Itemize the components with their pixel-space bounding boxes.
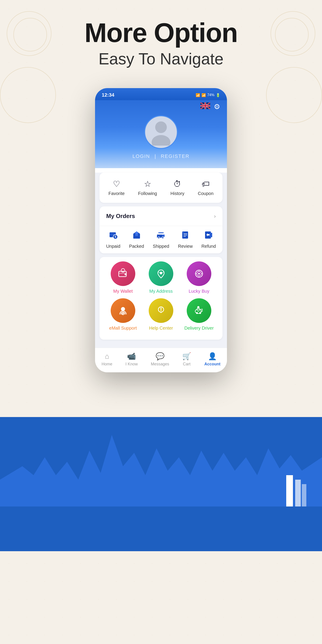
following-label: Following [138, 191, 157, 196]
cityscape-svg [0, 417, 322, 506]
quick-action-following[interactable]: ☆ Following [135, 177, 160, 198]
phone-screen: 12:34 📶 📶 74% 🔋 ⚙ [95, 88, 227, 372]
menu-item-my-address[interactable]: My Address [143, 262, 179, 294]
svg-point-29 [121, 268, 125, 272]
quick-action-favorite[interactable]: ♡ Favorite [105, 177, 128, 198]
svg-point-42 [199, 312, 201, 314]
nav-home[interactable]: ⌂ Home [97, 351, 117, 368]
svg-rect-18 [159, 232, 163, 233]
svg-point-34 [121, 307, 125, 311]
my-orders-header[interactable]: My Orders › [100, 206, 222, 226]
messages-label: Messages [151, 362, 169, 366]
account-label: Account [204, 362, 220, 366]
svg-point-14 [158, 237, 160, 238]
my-address-label: My Address [149, 289, 173, 294]
header-actions: ⚙ [102, 102, 220, 111]
unpaid-label: Unpaid [106, 244, 120, 249]
order-status-row: $ Unpaid [100, 226, 222, 253]
signal-icon: 📶 [202, 93, 206, 97]
delivery-driver-circle [187, 298, 211, 323]
favorite-icon: ♡ [113, 179, 120, 189]
order-status-refund[interactable]: Refund [202, 230, 216, 249]
refund-label: Refund [202, 244, 216, 249]
bottom-area [0, 372, 322, 551]
review-label: Review [178, 244, 193, 249]
my-address-circle [149, 262, 173, 286]
phone-mockup: 12:34 📶 📶 74% 🔋 ⚙ [95, 88, 227, 372]
battery-indicator: 74% [207, 93, 214, 97]
history-icon: ⏱ [173, 179, 181, 189]
menu-row-1: My Wallet My Address [104, 262, 218, 294]
svg-point-43 [197, 306, 200, 308]
lucky-buy-label: Lucky Buy [189, 289, 209, 294]
menu-item-my-wallet[interactable]: My Wallet [105, 262, 141, 294]
coupon-icon: 🏷 [202, 179, 210, 189]
quick-action-coupon[interactable]: 🏷 Coupon [194, 177, 217, 198]
shipped-label: Shipped [153, 244, 169, 249]
menu-item-lucky-buy[interactable]: Lucky Buy [181, 262, 217, 294]
history-label: History [170, 191, 184, 196]
svg-point-33 [198, 273, 200, 274]
cart-label: Cart [183, 362, 190, 366]
my-wallet-circle [111, 262, 135, 286]
order-status-review[interactable]: Review [178, 230, 193, 249]
lucky-buy-circle [187, 262, 211, 286]
page-header: More Option Easy To Navigate [0, 0, 322, 82]
register-link[interactable]: REGISTER [161, 154, 190, 159]
chevron-right-icon: › [214, 213, 216, 219]
my-wallet-label: My Wallet [113, 289, 132, 294]
home-icon: ⌂ [105, 352, 109, 360]
nav-i-know[interactable]: 📹 I Know [121, 350, 142, 368]
emall-support-label: eMall Support [109, 326, 137, 331]
header-section: ⚙ LOGIN | REGISTER [95, 100, 227, 168]
quick-action-history[interactable]: ⏱ History [167, 177, 188, 198]
menu-item-emall-support[interactable]: eMall Support [105, 298, 141, 331]
avatar[interactable] [144, 116, 178, 149]
svg-marker-44 [0, 435, 322, 506]
status-bar: 12:34 📶 📶 74% 🔋 [95, 88, 227, 100]
refund-icon [204, 230, 213, 242]
svg-rect-25 [210, 233, 212, 237]
emall-support-circle [111, 298, 135, 323]
packed-label: Packed [129, 244, 144, 249]
nav-account[interactable]: 👤 Account [200, 350, 225, 368]
help-center-circle [149, 298, 173, 323]
unpaid-icon: $ [109, 230, 118, 242]
content-section: ♡ Favorite ☆ Following ⏱ History 🏷 Coupo… [95, 173, 227, 348]
my-orders-card: My Orders › $ Unpaid [100, 206, 222, 253]
favorite-label: Favorite [108, 191, 124, 196]
separator: | [154, 154, 156, 159]
order-status-packed[interactable]: Packed [129, 230, 144, 249]
menu-item-delivery-driver[interactable]: Delivery Driver [181, 298, 217, 331]
cart-icon: 🛒 [182, 352, 191, 360]
order-status-unpaid[interactable]: $ Unpaid [106, 230, 120, 249]
svg-point-41 [196, 312, 198, 314]
settings-icon[interactable]: ⚙ [214, 102, 220, 111]
login-register-row[interactable]: LOGIN | REGISTER [131, 154, 191, 159]
page-subtitle: Easy To Navigate [4, 50, 318, 68]
svg-point-1 [155, 122, 167, 133]
following-icon: ☆ [144, 179, 151, 189]
svg-rect-9 [135, 234, 138, 236]
language-flag[interactable] [200, 102, 210, 109]
avatar-silhouette [145, 116, 177, 148]
menu-row-2: eMall Support Help Center [104, 298, 218, 331]
order-status-shipped[interactable]: Shipped [153, 230, 169, 249]
wifi-icon: 📶 [196, 93, 200, 97]
iknow-label: I Know [126, 362, 138, 366]
svg-rect-23 [183, 232, 184, 233]
quick-actions-card: ♡ Favorite ☆ Following ⏱ History 🏷 Coupo… [100, 173, 222, 203]
login-link[interactable]: LOGIN [132, 154, 150, 159]
svg-text:$: $ [115, 235, 116, 238]
delivery-driver-label: Delivery Driver [184, 326, 214, 331]
nav-messages[interactable]: 💬 Messages [146, 350, 174, 368]
battery-icon: 🔋 [216, 93, 220, 97]
svg-point-15 [162, 237, 164, 238]
my-orders-title: My Orders [106, 213, 135, 220]
packed-icon [132, 230, 141, 242]
svg-point-28 [124, 274, 126, 275]
nav-cart[interactable]: 🛒 Cart [178, 350, 196, 368]
review-icon [181, 230, 190, 242]
home-label: Home [102, 362, 112, 366]
menu-item-help-center[interactable]: Help Center [143, 298, 179, 331]
